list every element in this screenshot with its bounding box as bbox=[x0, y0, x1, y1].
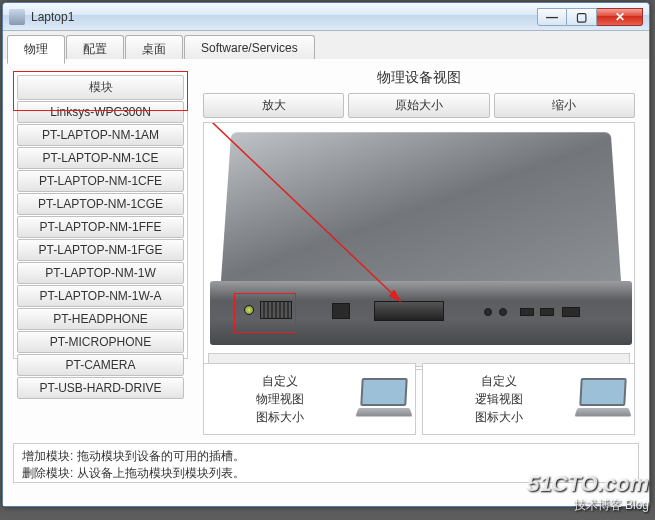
usb-port-1[interactable] bbox=[520, 308, 534, 316]
device-view[interactable] bbox=[203, 122, 635, 370]
module-item[interactable]: PT-LAPTOP-NM-1FGE bbox=[17, 239, 184, 261]
logical-icon-preview[interactable] bbox=[576, 378, 630, 420]
module-item[interactable]: PT-LAPTOP-NM-1AM bbox=[17, 124, 184, 146]
main-panel: 物理设备视图 放大 原始大小 缩小 bbox=[199, 63, 639, 370]
audio-jack-2[interactable] bbox=[499, 308, 507, 316]
watermark-sub: 技术博客 Blog bbox=[527, 497, 649, 514]
watermark-domain: 51CTO.com bbox=[527, 471, 649, 497]
module-item[interactable]: PT-USB-HARD-DRIVE bbox=[17, 377, 184, 399]
modules-sidebar: 模块 Linksys-WPC300N PT-LAPTOP-NM-1AM PT-L… bbox=[13, 71, 188, 359]
device-view-title: 物理设备视图 bbox=[199, 63, 639, 93]
module-item[interactable]: Linksys-WPC300N bbox=[17, 101, 184, 123]
module-item[interactable]: PT-LAPTOP-NM-1FFE bbox=[17, 216, 184, 238]
module-item[interactable]: PT-LAPTOP-NM-1W-A bbox=[17, 285, 184, 307]
highlight-box-slot bbox=[234, 293, 296, 333]
minimize-button[interactable]: — bbox=[537, 8, 567, 26]
misc-port[interactable] bbox=[562, 307, 580, 317]
module-item[interactable]: PT-HEADPHONE bbox=[17, 308, 184, 330]
zoom-in-button[interactable]: 放大 bbox=[203, 93, 344, 118]
icon-size-panels: 自定义 物理视图 图标大小 自定义 逻辑视图 图标大小 bbox=[199, 363, 639, 435]
module-item[interactable]: PT-LAPTOP-NM-1CFE bbox=[17, 170, 184, 192]
physical-icon-preview[interactable] bbox=[357, 378, 411, 420]
titlebar[interactable]: Laptop1 — ▢ ✕ bbox=[3, 3, 649, 31]
logical-icon-size-label: 自定义 逻辑视图 图标大小 bbox=[427, 372, 570, 426]
module-item[interactable]: PT-MICROPHONE bbox=[17, 331, 184, 353]
expansion-slot[interactable] bbox=[374, 301, 444, 321]
ethernet-port[interactable] bbox=[332, 303, 350, 319]
app-icon bbox=[9, 9, 25, 25]
laptop-lid bbox=[220, 132, 621, 288]
content-area: 模块 Linksys-WPC300N PT-LAPTOP-NM-1AM PT-L… bbox=[3, 59, 649, 506]
module-item[interactable]: PT-LAPTOP-NM-1W bbox=[17, 262, 184, 284]
usb-port-2[interactable] bbox=[540, 308, 554, 316]
window-title: Laptop1 bbox=[31, 10, 537, 24]
logical-icon-size-panel: 自定义 逻辑视图 图标大小 bbox=[422, 363, 635, 435]
close-button[interactable]: ✕ bbox=[597, 8, 643, 26]
physical-icon-size-panel: 自定义 物理视图 图标大小 bbox=[203, 363, 416, 435]
physical-icon-size-label: 自定义 物理视图 图标大小 bbox=[208, 372, 351, 426]
modules-header: 模块 bbox=[17, 75, 184, 100]
module-item[interactable]: PT-LAPTOP-NM-1CE bbox=[17, 147, 184, 169]
module-item[interactable]: PT-LAPTOP-NM-1CGE bbox=[17, 193, 184, 215]
audio-jack-1[interactable] bbox=[484, 308, 492, 316]
app-window: Laptop1 — ▢ ✕ 物理 配置 桌面 Software/Services… bbox=[2, 2, 650, 507]
zoom-out-button[interactable]: 缩小 bbox=[494, 93, 635, 118]
zoom-original-button[interactable]: 原始大小 bbox=[348, 93, 489, 118]
maximize-button[interactable]: ▢ bbox=[567, 8, 597, 26]
tab-physical[interactable]: 物理 bbox=[7, 35, 65, 64]
watermark: 51CTO.com 技术博客 Blog bbox=[527, 471, 649, 514]
module-item[interactable]: PT-CAMERA bbox=[17, 354, 184, 376]
help-line-1: 增加模块: 拖动模块到设备的可用的插槽。 bbox=[22, 448, 630, 465]
